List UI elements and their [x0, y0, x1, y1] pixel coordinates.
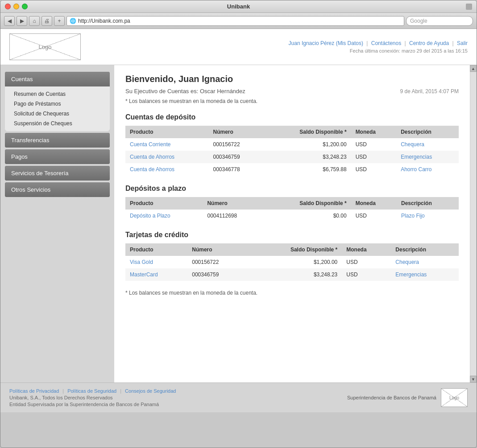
visa-gold-link[interactable]: Visa Gold: [130, 259, 153, 265]
security-tips-link[interactable]: Consejos de Seguridad: [125, 388, 176, 394]
cell-moneda: USD: [342, 256, 391, 268]
sep3: |: [452, 40, 454, 46]
close-button[interactable]: [5, 4, 11, 9]
window-controls: [5, 4, 28, 9]
print-button[interactable]: 🖨: [41, 16, 52, 26]
plazo-col-saldo: Saldo Disponible *: [263, 197, 351, 210]
new-tab-button[interactable]: +: [54, 16, 65, 26]
user-link[interactable]: Juan Ignacio Pérez (Mis Datos): [289, 40, 363, 46]
security-link[interactable]: Políticas de Seguridad: [67, 388, 116, 394]
cell-descripcion: Chequera: [396, 138, 459, 151]
deposit-table: Producto Número Saldo Disponible * Moned…: [125, 126, 459, 176]
back-button[interactable]: ◀: [4, 16, 15, 26]
credit-col-numero: Número: [187, 243, 248, 256]
cell-descripcion: Ahorro Carro: [396, 163, 459, 176]
plazo-fijo-link[interactable]: Plazo Fijo: [401, 213, 425, 219]
chequera-link-1[interactable]: Chequera: [401, 141, 424, 148]
browser-toolbar: ◀ ▶ ⌂ 🖨 + 🌐 http://Unibank.com.pa Google: [0, 13, 477, 29]
sidebar-section-transferencias: Transferencias: [5, 133, 110, 148]
table-row: Cuenta Corriente 000156722 $1,200.00 USD…: [125, 138, 459, 151]
sidebar-section-pagos: Pagos: [5, 149, 110, 164]
plazo-table-body: Depósito a Plazo 0004112698 $0.00 USD Pl…: [125, 210, 459, 222]
top-balance-note: * Los balances se muestran en la moneda …: [125, 98, 459, 104]
resize-handle[interactable]: [466, 4, 472, 10]
cell-descripcion: Emergencias: [396, 151, 459, 163]
sidebar-item-solicitud-chequeras[interactable]: Solicitud de Chequeras: [5, 109, 110, 119]
search-placeholder: Google: [410, 18, 427, 24]
sidebar-item-tesoreria[interactable]: Servicios de Tesorería: [5, 166, 110, 181]
url-text: http://Unibank.com.pa: [78, 18, 130, 24]
deposit-col-producto: Producto: [125, 126, 209, 138]
deposit-table-body: Cuenta Corriente 000156722 $1,200.00 USD…: [125, 138, 459, 176]
sidebar-item-pagos[interactable]: Pagos: [5, 149, 110, 164]
logo-text: Logo: [39, 44, 52, 50]
emergencias-link-1[interactable]: Emergencias: [401, 154, 432, 160]
emergencias-link-2[interactable]: Emergencias: [395, 271, 427, 278]
sep-1: |: [62, 388, 64, 394]
cell-moneda: USD: [342, 268, 391, 281]
sidebar-item-transferencias[interactable]: Transferencias: [5, 133, 110, 148]
cuenta-corriente-link[interactable]: Cuenta Corriente: [130, 141, 170, 148]
sep2: |: [405, 40, 406, 46]
mastercard-link[interactable]: MasterCard: [130, 271, 158, 278]
credit-table-header: Producto Número Saldo Disponible * Moned…: [125, 243, 459, 256]
credit-table: Producto Número Saldo Disponible * Moned…: [125, 243, 459, 281]
last-login: Fecha última conexión: marzo 29 del 2015…: [289, 48, 468, 53]
credit-col-descripcion: Descripción: [391, 243, 459, 256]
cell-producto: Cuenta de Ahorros: [125, 163, 209, 176]
help-link[interactable]: Centro de Ayuda: [409, 40, 449, 46]
footer-logo-text: Logo: [449, 395, 459, 400]
address-bar[interactable]: 🌐 http://Unibank.com.pa: [66, 16, 404, 26]
cell-moneda: USD: [351, 210, 397, 222]
cuenta-ahorros-link-2[interactable]: Cuenta de Ahorros: [130, 166, 174, 173]
cell-moneda: USD: [351, 138, 397, 151]
search-bar[interactable]: Google: [406, 16, 473, 26]
main-layout: Cuentas Resumen de Cuentas Pago de Prést…: [0, 65, 477, 382]
plazo-table-header: Producto Número Saldo Disponible * Moned…: [125, 197, 459, 210]
sidebar-section-otros: Otros Servicios: [5, 182, 110, 197]
scroll-track[interactable]: [470, 72, 476, 375]
sidebar-item-cuentas[interactable]: Cuentas: [5, 72, 110, 86]
cuenta-ahorros-link-1[interactable]: Cuenta de Ahorros: [130, 154, 174, 160]
sidebar-item-suspension-cheques[interactable]: Suspensión de Cheques: [5, 119, 110, 128]
sidebar-item-pago-prestamos[interactable]: Pago de Préstamos: [5, 99, 110, 109]
maximize-button[interactable]: [22, 4, 28, 9]
cell-producto: Depósito a Plazo: [125, 210, 203, 222]
sep1: |: [366, 40, 368, 46]
footer-links: Políticas de Privacidad | Políticas de S…: [9, 388, 176, 394]
credit-col-producto: Producto: [125, 243, 187, 256]
sidebar-item-otros[interactable]: Otros Servicios: [5, 182, 110, 197]
contact-link[interactable]: Contáctenos: [371, 40, 401, 46]
sidebar-item-resumen[interactable]: Resumen de Cuentas: [5, 89, 110, 99]
cell-descripcion: Chequera: [391, 256, 459, 268]
cell-saldo: $1,200.00: [248, 256, 342, 268]
plazo-col-producto: Producto: [125, 197, 203, 210]
cell-numero: 000346778: [209, 163, 264, 176]
deposito-plazo-link[interactable]: Depósito a Plazo: [130, 213, 170, 219]
cell-saldo: $0.00: [263, 210, 351, 222]
forward-button[interactable]: ▶: [17, 16, 27, 26]
window-title: Unibank: [227, 3, 250, 10]
home-button[interactable]: ⌂: [29, 16, 40, 26]
deposit-table-header: Producto Número Saldo Disponible * Moned…: [125, 126, 459, 138]
deposit-col-descripcion: Descripción: [396, 126, 459, 138]
minimize-button[interactable]: [13, 4, 19, 9]
cell-saldo: $3,248.23: [264, 151, 351, 163]
ahorro-carro-link[interactable]: Ahorro Carro: [401, 166, 431, 173]
account-exec: Su Ejecutivo de Cuentas es: Oscar Hernán…: [125, 88, 245, 95]
page-content: Logo Juan Ignacio Pérez (Mis Datos) | Co…: [0, 29, 477, 412]
sidebar-sub-cuentas: Resumen de Cuentas Pago de Préstamos Sol…: [5, 86, 110, 131]
header-nav: Juan Ignacio Pérez (Mis Datos) | Contáct…: [289, 40, 468, 46]
privacy-link[interactable]: Políticas de Privacidad: [9, 388, 59, 394]
scrollbar[interactable]: ▲ ▼: [470, 65, 477, 382]
cell-numero: 000156722: [187, 256, 248, 268]
table-row: Cuenta de Ahorros 000346778 $6,759.88 US…: [125, 163, 459, 176]
credit-col-saldo: Saldo Disponible *: [248, 243, 342, 256]
site-footer: Políticas de Privacidad | Políticas de S…: [0, 382, 477, 412]
scroll-down-button[interactable]: ▼: [470, 376, 477, 382]
logout-link[interactable]: Salir: [457, 40, 468, 46]
scroll-up-button[interactable]: ▲: [470, 65, 477, 72]
chequera-link-2[interactable]: Chequera: [395, 259, 419, 265]
site-header: Logo Juan Ignacio Pérez (Mis Datos) | Co…: [0, 29, 477, 65]
table-row: Depósito a Plazo 0004112698 $0.00 USD Pl…: [125, 210, 459, 222]
